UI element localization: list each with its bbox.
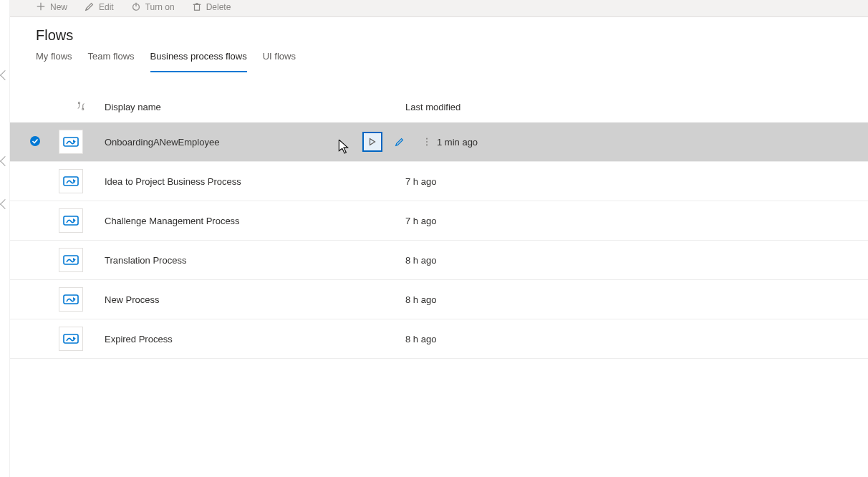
- pencil-icon: [85, 1, 95, 14]
- flow-icon: [59, 130, 83, 154]
- col-last-modified[interactable]: Last modified: [405, 102, 868, 112]
- col-display-name[interactable]: Display name: [105, 102, 362, 112]
- flow-icon-cell: [59, 130, 105, 154]
- last-modified-cell: 8 h ago: [405, 334, 868, 344]
- table-header: Display name Last modified: [10, 91, 868, 122]
- tab-ui-flows[interactable]: UI flows: [263, 51, 296, 72]
- flow-icon-cell: [59, 327, 105, 351]
- new-button[interactable]: New: [36, 0, 67, 14]
- flow-icon-cell: [59, 287, 105, 312]
- flow-icon: [59, 208, 83, 233]
- row-actions: [362, 132, 437, 152]
- more-actions-button[interactable]: [417, 132, 437, 152]
- page-title: Flows: [10, 17, 868, 51]
- flow-icon-cell: [59, 248, 105, 272]
- sort-icon[interactable]: [59, 101, 105, 113]
- chevron-left-icon[interactable]: [0, 156, 10, 166]
- delete-label: Delete: [206, 2, 231, 12]
- chevron-left-icon[interactable]: [0, 70, 10, 80]
- tab-strip: My flows Team flows Business process flo…: [10, 51, 868, 72]
- flow-display-name[interactable]: Expired Process: [105, 334, 362, 344]
- edit-button[interactable]: Edit: [85, 0, 114, 14]
- row-checkbox[interactable]: [30, 136, 59, 148]
- svg-point-8: [82, 108, 84, 110]
- flow-display-name[interactable]: New Process: [105, 294, 362, 305]
- tab-team-flows[interactable]: Team flows: [88, 51, 135, 72]
- flow-display-name[interactable]: OnboardingANewEmployee: [105, 137, 362, 148]
- flow-icon: [59, 248, 83, 272]
- plus-icon: [36, 1, 46, 14]
- flow-icon: [59, 327, 83, 351]
- power-icon: [131, 1, 141, 14]
- flow-icon-cell: [59, 169, 105, 193]
- turnon-label: Turn on: [145, 2, 175, 12]
- table-row[interactable]: Translation Process8 h ago: [10, 241, 868, 280]
- flow-icon-cell: [59, 208, 105, 233]
- table-row[interactable]: Challenge Management Process7 h ago: [10, 201, 868, 241]
- trash-icon: [192, 1, 202, 14]
- edit-label: Edit: [99, 2, 114, 12]
- tab-bpf[interactable]: Business process flows: [150, 51, 247, 72]
- table-row[interactable]: OnboardingANewEmployee1 min ago: [10, 122, 868, 162]
- flow-icon: [59, 169, 83, 193]
- command-bar: New Edit Turn on Delete: [10, 0, 868, 17]
- svg-point-7: [78, 102, 79, 103]
- run-button[interactable]: [362, 132, 382, 152]
- chevron-left-icon[interactable]: [0, 199, 10, 209]
- last-modified-cell: 8 h ago: [405, 255, 868, 266]
- new-label: New: [50, 2, 67, 12]
- main-content: Flows My flows Team flows Business proce…: [10, 17, 868, 477]
- last-modified-cell: 1 min ago: [437, 137, 868, 148]
- flow-display-name[interactable]: Challenge Management Process: [105, 216, 362, 226]
- delete-button[interactable]: Delete: [192, 0, 231, 14]
- table-row[interactable]: Expired Process8 h ago: [10, 319, 868, 359]
- flow-icon: [59, 287, 83, 312]
- table-row[interactable]: Idea to Project Business Process7 h ago: [10, 162, 868, 201]
- last-modified-cell: 7 h ago: [405, 216, 868, 226]
- edit-row-button[interactable]: [390, 132, 410, 152]
- tab-my-flows[interactable]: My flows: [36, 51, 72, 72]
- turnon-button[interactable]: Turn on: [131, 0, 175, 14]
- table-body: OnboardingANewEmployee1 min agoIdea to P…: [10, 122, 868, 359]
- flow-display-name[interactable]: Translation Process: [105, 255, 362, 266]
- svg-rect-4: [194, 4, 199, 10]
- left-nav-strip: [0, 0, 10, 477]
- table-row[interactable]: New Process8 h ago: [10, 280, 868, 319]
- last-modified-cell: 7 h ago: [405, 176, 868, 187]
- flow-display-name[interactable]: Idea to Project Business Process: [105, 176, 362, 187]
- last-modified-cell: 8 h ago: [405, 294, 868, 305]
